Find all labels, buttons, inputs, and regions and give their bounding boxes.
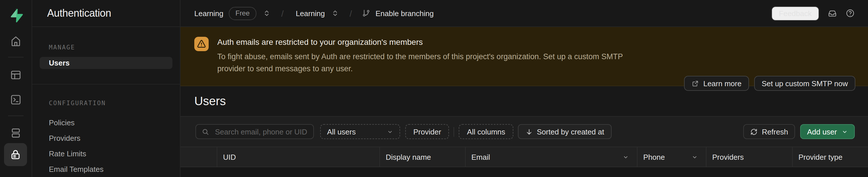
main-area: Learning Free / Learning / Enable branch… xyxy=(181,0,868,177)
rail-divider xyxy=(8,116,24,116)
sidebar-item-users[interactable]: Users xyxy=(40,57,173,69)
column-header-phone[interactable]: Phone xyxy=(638,147,707,167)
arrow-down-icon xyxy=(525,128,533,135)
breadcrumb-separator: / xyxy=(281,8,284,18)
search-input[interactable] xyxy=(214,127,309,137)
breadcrumb: Learning Free / Learning / Enable branch… xyxy=(194,7,434,20)
sidebar-section-configuration: CONFIGURATION xyxy=(49,99,180,106)
sidebar-title: Authentication xyxy=(47,7,111,19)
auth-sidebar: Authentication MANAGE Users CONFIGURATIO… xyxy=(32,0,181,177)
auth-lock-icon xyxy=(10,149,21,160)
rail-database-button[interactable] xyxy=(4,121,27,144)
columns-filter-button[interactable]: All columns xyxy=(459,124,513,139)
plan-badge[interactable]: Free xyxy=(228,7,256,20)
help-icon[interactable] xyxy=(845,9,855,18)
chevron-down-icon[interactable] xyxy=(623,154,629,160)
banner-text: Auth emails are restricted to your organ… xyxy=(217,37,623,75)
column-header-uid[interactable]: UID xyxy=(217,147,380,167)
header-actions: Feedback xyxy=(771,6,855,21)
rail-home-button[interactable] xyxy=(4,29,27,52)
sidebar-item-policies[interactable]: Policies xyxy=(32,115,180,130)
feedback-button[interactable]: Feedback xyxy=(771,6,819,21)
sidebar-item-rate-limits[interactable]: Rate Limits xyxy=(32,146,180,161)
home-icon xyxy=(9,35,22,47)
page-title: Users xyxy=(194,94,226,108)
refresh-icon xyxy=(750,128,758,135)
users-table-body xyxy=(181,167,868,177)
learn-more-button[interactable]: Learn more xyxy=(684,76,749,91)
rail-table-editor-button[interactable] xyxy=(4,63,27,86)
column-header-display-name[interactable]: Display name xyxy=(380,147,466,167)
column-header-providers[interactable]: Providers xyxy=(707,147,793,167)
rail-authentication-button[interactable] xyxy=(4,143,27,166)
sidebar-header: Authentication xyxy=(32,0,180,27)
database-icon xyxy=(9,127,22,139)
chevron-down-icon xyxy=(842,128,848,135)
sidebar-section-manage: MANAGE xyxy=(49,44,180,51)
banner-description: To fight abuse, emails sent by Auth are … xyxy=(217,51,623,75)
sidebar-divider xyxy=(32,84,180,85)
icon-rail xyxy=(0,0,32,177)
warning-icon xyxy=(194,37,209,51)
rail-sql-editor-button[interactable] xyxy=(4,88,27,111)
sort-button[interactable]: Sorted by created at xyxy=(518,124,612,139)
column-header-provider-type[interactable]: Provider type xyxy=(793,147,868,167)
chevron-down-icon xyxy=(387,128,393,135)
search-icon xyxy=(202,128,209,135)
sidebar-item-providers[interactable]: Providers xyxy=(32,130,180,146)
select-column-header xyxy=(181,147,217,167)
supabase-logo-icon[interactable] xyxy=(9,8,23,23)
users-table-header: UID Display name Email Phone Providers P… xyxy=(181,147,868,167)
refresh-button[interactable]: Refresh xyxy=(744,124,795,139)
chevron-down-icon[interactable] xyxy=(691,154,698,160)
table-editor-icon xyxy=(9,69,22,81)
setup-smtp-button[interactable]: Set up custom SMTP now xyxy=(754,76,855,91)
project-selector-icon[interactable] xyxy=(331,9,339,17)
app-window: Authentication MANAGE Users CONFIGURATIO… xyxy=(0,0,868,177)
external-link-icon xyxy=(692,80,699,87)
column-header-email[interactable]: Email xyxy=(466,147,638,167)
user-search-box xyxy=(195,124,314,139)
sidebar-item-email-templates[interactable]: Email Templates xyxy=(32,161,180,177)
smtp-warning-banner: Auth emails are restricted to your organ… xyxy=(181,27,868,86)
rail-divider xyxy=(8,57,24,57)
provider-filter-button[interactable]: Provider xyxy=(405,124,449,139)
users-toolbar: All users Provider All columns Sorted by… xyxy=(181,116,868,147)
user-type-filter-dropdown[interactable]: All users xyxy=(320,124,400,139)
enable-branching-button[interactable]: Enable branching xyxy=(376,9,434,18)
top-header: Learning Free / Learning / Enable branch… xyxy=(181,0,868,27)
breadcrumb-org[interactable]: Learning xyxy=(194,9,223,18)
org-selector-icon[interactable] xyxy=(263,9,271,17)
notifications-inbox-icon[interactable] xyxy=(828,9,837,18)
breadcrumb-project[interactable]: Learning xyxy=(296,9,325,18)
sql-editor-icon xyxy=(9,93,22,106)
banner-title: Auth emails are restricted to your organ… xyxy=(217,37,623,47)
sidebar-nav-list: Policies Providers Rate Limits Email Tem… xyxy=(32,115,180,177)
banner-actions: Learn more Set up custom SMTP now xyxy=(684,76,855,91)
toolbar-divider xyxy=(454,127,455,137)
git-branch-icon xyxy=(363,9,370,17)
breadcrumb-separator: / xyxy=(349,8,352,18)
add-user-button[interactable]: Add user xyxy=(800,124,855,139)
